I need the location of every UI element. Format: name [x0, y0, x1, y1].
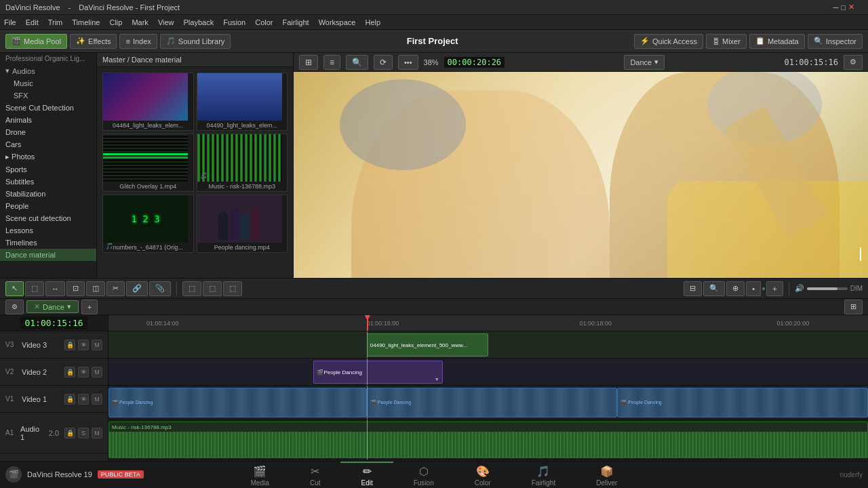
a1-lock-btn[interactable]: 🔒: [64, 428, 75, 439]
zoom-fit-btn[interactable]: ⊟: [684, 281, 702, 296]
zoom-out-btn[interactable]: ⊕: [726, 281, 745, 296]
sidebar-item-timelines[interactable]: Timelines: [0, 237, 96, 249]
timeline-settings-btn[interactable]: ⚙: [5, 300, 24, 314]
inspector-button[interactable]: 🔍 Inspector: [808, 34, 863, 49]
sidebar-item-scene-cut2[interactable]: Scene cut detection: [0, 212, 96, 224]
menu-fairlight[interactable]: Fairlight: [283, 18, 309, 26]
magnet-tool-btn[interactable]: 📎: [149, 281, 171, 296]
tab-dropdown-icon[interactable]: ▾: [67, 302, 71, 311]
menu-workspace[interactable]: Workspace: [319, 18, 356, 26]
sidebar-item-lessons[interactable]: Lessons: [0, 224, 96, 237]
menu-playback[interactable]: Playback: [184, 18, 214, 26]
v2-mute-btn[interactable]: M: [92, 367, 102, 378]
more-tools-btn[interactable]: •: [746, 281, 761, 296]
menu-help[interactable]: Help: [365, 18, 380, 26]
viewer-settings-btn[interactable]: ⚙: [844, 55, 863, 70]
sidebar-item-audios[interactable]: ▾ Audios: [0, 64, 96, 77]
v1-eye-btn[interactable]: 👁: [78, 394, 89, 405]
media-item-5[interactable]: 1 2 3 🎵 numbers_-_64871 (Orig...: [102, 195, 194, 253]
menu-view[interactable]: View: [158, 18, 174, 26]
sidebar-item-subtitles[interactable]: Subtitles: [0, 176, 96, 188]
clip-overwrite-btn[interactable]: ⬚: [203, 281, 222, 296]
v1-lock-btn[interactable]: 🔒: [64, 394, 75, 405]
tab-edit[interactable]: ✏ Edit: [340, 462, 393, 488]
v2-lock-btn[interactable]: 🔒: [64, 367, 75, 378]
viewer-search-btn[interactable]: 🔍: [346, 55, 368, 70]
clip-v1-2[interactable]: 🎬 People Dancing: [367, 388, 618, 418]
clip-insert-btn[interactable]: ⬚: [182, 281, 201, 296]
viewer-layout-btn[interactable]: ⊞: [299, 55, 318, 70]
v2-eye-btn[interactable]: 👁: [78, 367, 89, 378]
slide-tool-btn[interactable]: ◫: [86, 281, 105, 296]
menu-mark[interactable]: Mark: [132, 18, 148, 26]
clip-v2-1[interactable]: 🎬 People Dancing ▼: [313, 361, 442, 384]
v1-mute-btn[interactable]: M: [92, 394, 102, 405]
tab-deliver[interactable]: 📦 Deliver: [576, 462, 637, 488]
menu-trim[interactable]: Trim: [48, 18, 63, 26]
menu-edit[interactable]: Edit: [26, 18, 39, 26]
viewer-filter-btn[interactable]: ⟳: [374, 55, 393, 70]
v3-lock-btn[interactable]: 🔒: [64, 340, 75, 350]
tab-fusion[interactable]: ⬡ Fusion: [393, 462, 454, 488]
audio-slider[interactable]: [807, 287, 848, 290]
range-tool-btn[interactable]: ⬚: [25, 281, 44, 296]
menu-fusion[interactable]: Fusion: [223, 18, 245, 26]
clip-v1-1[interactable]: 🎬 People Dancing: [108, 388, 367, 418]
a1-solo-btn[interactable]: S: [78, 428, 89, 439]
media-item-3[interactable]: Glitch Overlay 1.mp4: [102, 134, 194, 192]
sidebar-item-animals[interactable]: Animals: [0, 114, 96, 126]
menu-file[interactable]: File: [4, 18, 16, 26]
index-button[interactable]: ≡ Index: [119, 34, 157, 49]
sidebar-item-cars[interactable]: Cars: [0, 138, 96, 150]
add-tool-btn[interactable]: +: [766, 281, 783, 296]
sound-library-button[interactable]: 🎵 Sound Library: [160, 34, 231, 49]
sidebar-item-sports[interactable]: Sports: [0, 163, 96, 176]
sidebar-item-stabilization[interactable]: Stabilization: [0, 188, 96, 200]
menu-color[interactable]: Color: [255, 18, 273, 26]
sidebar-item-professional[interactable]: Professional Organic Lig...: [0, 53, 96, 64]
audio-clip-a1[interactable]: Music - risk-136788.mp3: [108, 422, 868, 458]
maximize-btn[interactable]: □: [841, 3, 846, 12]
media-item-4[interactable]: 🎵 Music - risk-136788.mp3: [197, 134, 288, 192]
sidebar-item-music[interactable]: Music: [0, 77, 96, 89]
sidebar-item-scene-cut[interactable]: Scene Cut Detection: [0, 102, 96, 114]
sidebar-item-dance-material[interactable]: Dance material: [0, 249, 96, 261]
timeline-name-btn[interactable]: Dance ▾: [624, 55, 665, 70]
v3-eye-btn[interactable]: 👁: [78, 340, 89, 350]
tab-fairlight[interactable]: 🎵 Fairlight: [511, 462, 576, 488]
media-item-6[interactable]: People dancing.mp4: [197, 195, 288, 253]
media-item-1[interactable]: 04484_light_leaks_elem...: [102, 73, 194, 131]
a1-mute-btn[interactable]: M: [92, 428, 102, 439]
metadata-button[interactable]: 📋 Metadata: [749, 34, 805, 49]
mixer-button[interactable]: 🎛 Mixer: [706, 34, 747, 49]
tab-color[interactable]: 🎨 Color: [454, 462, 511, 488]
v3-mute-btn[interactable]: M: [92, 340, 102, 350]
timeline-tab-dance[interactable]: ✕ Dance ▾: [26, 300, 79, 313]
media-pool-button[interactable]: 🎬 Media Pool: [5, 34, 67, 49]
tab-cut[interactable]: ✂ Cut: [290, 462, 341, 488]
sidebar-item-photos[interactable]: ▸ Photos: [0, 150, 96, 163]
zoom-in-btn[interactable]: 🔍: [703, 281, 725, 296]
sidebar-item-drone[interactable]: Drone: [0, 126, 96, 138]
sidebar-item-sfx[interactable]: SFX: [0, 89, 96, 102]
menu-clip[interactable]: Clip: [109, 18, 122, 26]
viewer-more-btn[interactable]: •••: [398, 55, 418, 70]
slip-tool-btn[interactable]: ⊡: [66, 281, 85, 296]
timeline-panel-btn[interactable]: ⊞: [844, 300, 863, 314]
playhead[interactable]: [367, 315, 368, 331]
viewer-list-btn[interactable]: ≡: [323, 55, 340, 70]
clip-v1-3[interactable]: 🎬 People Dancing: [617, 388, 868, 418]
menu-timeline[interactable]: Timeline: [72, 18, 100, 26]
minimize-btn[interactable]: ─: [833, 3, 839, 12]
sidebar-item-people[interactable]: People: [0, 200, 96, 212]
add-timeline-btn[interactable]: +: [81, 300, 98, 314]
close-tab-icon[interactable]: ✕: [34, 302, 40, 311]
tab-media[interactable]: 🎬 Media: [231, 462, 290, 488]
clip-ripple-btn[interactable]: ⬚: [223, 281, 242, 296]
media-item-2[interactable]: 04490_light_leaks_elem...: [197, 73, 288, 131]
razor-tool-btn[interactable]: ✂: [106, 281, 125, 296]
link-tool-btn[interactable]: 🔗: [126, 281, 148, 296]
clip-v3-1[interactable]: 04490_light_leaks_element_500_www...: [367, 333, 488, 357]
dynamic-trim-btn[interactable]: ↔: [45, 281, 65, 296]
quick-access-button[interactable]: ⚡ Quick Access: [634, 34, 703, 49]
